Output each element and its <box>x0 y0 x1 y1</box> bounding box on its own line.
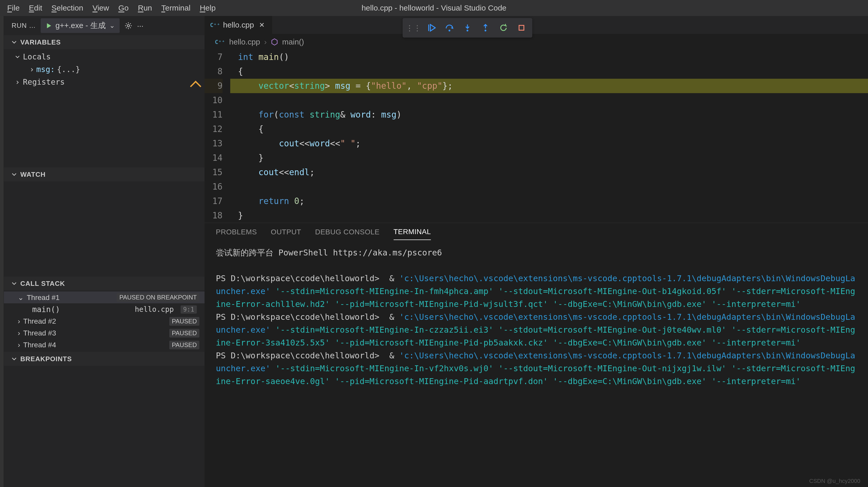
editor-area: C⁺⁺ hello.cpp ✕ ⋮⋮ C⁺⁺ hello.cpp › mai <box>205 16 868 487</box>
breakpoints-title: BREAKPOINTS <box>20 355 72 363</box>
svg-point-1 <box>449 30 451 31</box>
step-into-button[interactable] <box>462 22 473 33</box>
launch-config-name: g++.exe - 生成 <box>56 20 106 31</box>
breakpoints-header[interactable]: BREAKPOINTS <box>4 352 205 366</box>
callstack-body: ⌄Thread #1PAUSED ON BREAKPOINTmain()hell… <box>4 291 205 352</box>
more-icon[interactable]: ··· <box>137 21 144 30</box>
continue-button[interactable] <box>426 22 437 33</box>
menu-view[interactable]: View <box>88 2 114 14</box>
panel-tab-debug-console[interactable]: DEBUG CONSOLE <box>315 224 380 240</box>
tab-filename: hello.cpp <box>223 21 254 29</box>
menu-help[interactable]: Help <box>195 2 220 14</box>
watch-title: WATCH <box>20 171 45 179</box>
run-header: RUN … g++.exe - 生成 ⌄ ··· <box>4 16 205 35</box>
chevron-right-icon: › <box>15 78 20 86</box>
menu-run[interactable]: Run <box>133 2 157 14</box>
panel-tab-output[interactable]: OUTPUT <box>271 224 301 240</box>
chevron-down-icon <box>11 356 17 361</box>
variables-body: Locals › msg: {...} › Registers <box>4 49 205 168</box>
variable-value: {...} <box>57 65 80 74</box>
variable-row[interactable]: › msg: {...} <box>4 63 205 75</box>
stack-frame[interactable]: main()hello.cpp9:1 <box>4 303 205 315</box>
close-icon[interactable]: ✕ <box>258 21 266 29</box>
chevron-down-icon: ⌄ <box>109 22 115 30</box>
thread-row[interactable]: ›Thread #2PAUSED <box>4 315 205 327</box>
breadcrumb-symbol[interactable]: main() <box>282 37 304 46</box>
thread-row[interactable]: ⌄Thread #1PAUSED ON BREAKPOINT <box>4 292 205 303</box>
menu-terminal[interactable]: Terminal <box>157 2 195 14</box>
svg-point-3 <box>485 30 487 31</box>
launch-config-dropdown[interactable]: g++.exe - 生成 ⌄ <box>41 18 120 33</box>
panel-tabs: PROBLEMSOUTPUTDEBUG CONSOLETERMINAL <box>205 223 868 241</box>
editor-tabs: C⁺⁺ hello.cpp ✕ <box>205 16 868 34</box>
activity-bar[interactable] <box>0 16 4 487</box>
chevron-down-icon <box>11 281 17 286</box>
callstack-header[interactable]: CALL STACK <box>4 277 205 291</box>
chevron-right-icon: › <box>30 65 34 74</box>
svg-point-2 <box>467 30 468 31</box>
tab-hello-cpp[interactable]: C⁺⁺ hello.cpp ✕ <box>205 16 273 34</box>
restart-button[interactable] <box>498 22 509 33</box>
variables-header[interactable]: VARIABLES <box>4 35 205 49</box>
thread-row[interactable]: ›Thread #3PAUSED <box>4 327 205 339</box>
breadcrumb-file[interactable]: hello.cpp <box>229 37 260 46</box>
code-lines[interactable]: int main(){ vector<string> msg = {"hello… <box>230 50 868 223</box>
symbol-method-icon <box>271 38 278 45</box>
chevron-down-icon <box>15 55 20 59</box>
watch-header[interactable]: WATCH <box>4 168 205 181</box>
thread-row[interactable]: ›Thread #4PAUSED <box>4 339 205 351</box>
cpp-file-icon: C⁺⁺ <box>211 21 219 29</box>
gear-icon[interactable] <box>124 22 132 30</box>
svg-rect-4 <box>519 26 524 30</box>
svg-point-0 <box>127 25 129 27</box>
scope-locals-label: Locals <box>23 52 51 61</box>
scope-registers-label: Registers <box>23 78 65 86</box>
menu-file[interactable]: File <box>3 2 24 14</box>
stop-button[interactable] <box>516 22 527 33</box>
step-over-button[interactable] <box>444 22 455 33</box>
run-label: RUN … <box>11 22 36 30</box>
menubar: FileEditSelectionViewGoRunTerminalHelp h… <box>0 0 868 16</box>
code-editor[interactable]: 789101112131415161718 int main(){ vector… <box>205 50 868 223</box>
line-gutter[interactable]: 789101112131415161718 <box>205 50 230 223</box>
play-icon <box>45 22 52 29</box>
step-out-button[interactable] <box>480 22 491 33</box>
scope-locals[interactable]: Locals <box>4 50 205 63</box>
variables-title: VARIABLES <box>20 38 61 46</box>
debug-toolbar[interactable]: ⋮⋮ <box>403 18 532 37</box>
chevron-right-icon: › <box>264 37 267 46</box>
watch-body <box>4 181 205 277</box>
menu-selection[interactable]: Selection <box>47 2 88 14</box>
scope-registers[interactable]: › Registers <box>4 75 205 89</box>
cpp-file-icon: C⁺⁺ <box>215 39 225 45</box>
debug-sidebar: RUN … g++.exe - 生成 ⌄ ··· VARIABLES <box>4 16 205 487</box>
watermark: CSDN @u_hcy2000 <box>809 478 860 484</box>
bottom-panel: PROBLEMSOUTPUTDEBUG CONSOLETERMINAL 尝试新的… <box>205 223 868 487</box>
callstack-title: CALL STACK <box>20 280 65 287</box>
drag-handle-icon[interactable]: ⋮⋮ <box>408 22 419 33</box>
panel-tab-problems[interactable]: PROBLEMS <box>216 224 257 240</box>
panel-tab-terminal[interactable]: TERMINAL <box>394 224 431 240</box>
breadcrumb[interactable]: C⁺⁺ hello.cpp › main() <box>205 34 868 50</box>
terminal[interactable]: 尝试新的跨平台 PowerShell https://aka.ms/pscore… <box>205 241 868 487</box>
variable-name: msg: <box>36 65 55 74</box>
chevron-down-icon <box>11 40 17 45</box>
menu-edit[interactable]: Edit <box>24 2 47 14</box>
chevron-down-icon <box>11 172 17 177</box>
menu-go[interactable]: Go <box>114 2 133 14</box>
